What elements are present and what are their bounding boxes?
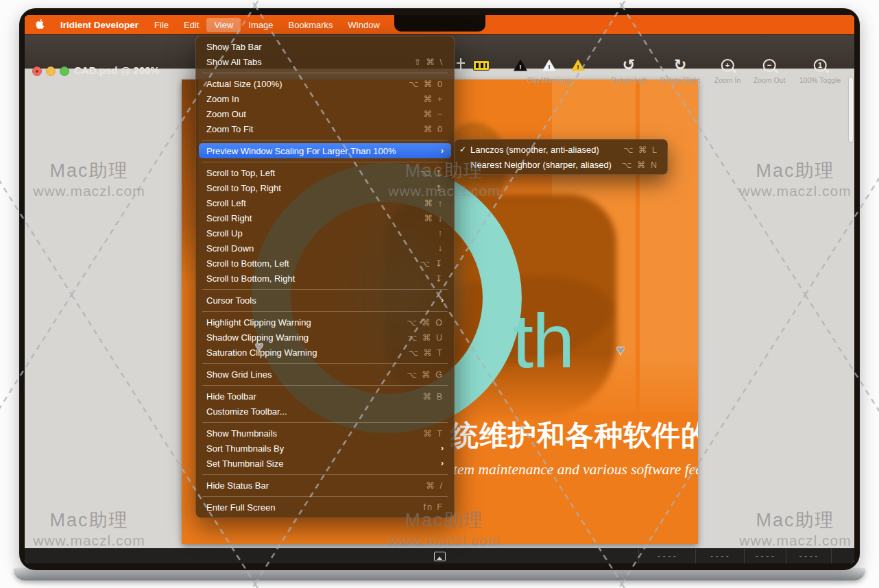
crop-icon [457,58,465,72]
menubar-item-window[interactable]: Window [341,18,387,32]
big-number-suffix: th [512,303,573,380]
apple-icon [36,19,45,30]
menu-separator [202,496,448,497]
menu-item-scroll-down[interactable]: Scroll Down↓ [195,241,455,256]
menu-separator [202,162,448,162]
100-toggle-button[interactable]: 1100% Toggle [799,57,841,84]
menu-item-scroll-to-top-left[interactable]: Scroll to Top, Left⌥ ↥ [195,165,455,180]
toolbar-button-label: Zoom Out [754,76,786,84]
menu-item-customize-toolbar[interactable]: Customize Toolbar... [195,404,455,419]
rotate-right-icon: ↻ [674,58,686,73]
page: Iridient Developer FileEditViewImageBook… [0,0,879,588]
submenu-arrow-icon: › [441,443,444,453]
menu-item-zoom-out[interactable]: Zoom Out⌘ − [195,106,455,121]
status-segment: ---- [638,549,695,563]
menu-separator [202,289,448,290]
menu-item-scroll-left[interactable]: Scroll Left⌘ ↑ [195,195,455,210]
menu-separator [202,311,448,312]
menu-item-hide-toolbar[interactable]: Hide Toolbar⌘ B [195,389,455,404]
menu-item-scroll-to-bottom-left[interactable]: Scroll to Bottom, Left⌥ ↧ [195,256,455,271]
scaling-submenu: ✓Lanczos (smoother, anti-aliased)⌥ ⌘ LNe… [454,139,668,175]
menu-separator [202,474,448,475]
menu-item-sort-thumbnails-by[interactable]: Sort Thumbnails By› [195,441,455,456]
menu-item-cursor-tools[interactable]: Cursor Tools› [195,293,455,308]
image-thumbnail-icon[interactable] [434,552,446,561]
screen: Iridient Developer FileEditViewImageBook… [25,15,854,563]
menubar-app-name[interactable]: Iridient Developer [52,20,147,30]
menu-item-zoom-to-fit[interactable]: Zoom To Fit⌘ 0 [195,121,455,136]
submenu-arrow-icon: › [441,295,444,305]
menu-item-scroll-up[interactable]: Scroll Up↑ [195,225,455,241]
checkmark-icon: ✓ [459,145,470,154]
notch [394,15,485,32]
magnifier-plus-icon: + [721,59,734,72]
menu-item-set-thumbnail-size[interactable]: Set Thumbnail Size› [195,456,455,471]
vertical-scrollbar[interactable] [849,77,853,142]
toolbar-clip-warnings[interactable]: ! ! ! Clip Warnings [514,57,585,84]
menu-item-shadow-clipping-warning[interactable]: Shadow Clipping Warning⌥ ⌘ U [195,330,455,345]
status-segment-empty [831,549,854,563]
rotate-left-icon: ↺ [623,58,635,73]
menu-item-scroll-right[interactable]: Scroll Right⌘ ↓ [195,210,455,225]
clip-warnings-label: Clip Warnings [514,76,585,84]
yellow-warning-icon: ! [571,60,585,71]
menu-item-show-all-tabs[interactable]: Show All Tabs⇧ ⌘ \ [195,54,455,69]
black-warning-icon: ! [514,60,527,71]
submenu-arrow-icon: › [441,458,444,468]
menu-separator [202,363,448,364]
menu-separator [202,140,448,140]
toolbar-crop-tool[interactable] [457,57,465,73]
menu-separator [202,73,448,73]
status-segment: ---- [786,549,831,563]
subline-english: tem maintenance and various software fea… [453,461,698,478]
white-warning-icon: ! [542,60,556,71]
headline-chinese: 统维护和各种软件的特性! [450,417,698,454]
toolbar-button-label: Zoom In [714,76,741,84]
menu-item-saturation-clipping-warning[interactable]: Saturation Clipping Warning⌥ ⌘ T [195,345,455,360]
status-segment: ---- [744,549,786,563]
toolbar-button-label: 100% Toggle [799,76,841,84]
minimize-button[interactable] [46,66,56,76]
menubar-item-file[interactable]: File [147,18,176,32]
menu-item-show-grid-lines[interactable]: Show Grid Lines⌥ ⌘ G [195,367,455,382]
menu-item-scroll-to-bottom-right[interactable]: Scroll to Bottom, Right↧ [195,271,455,286]
rotate-right-button[interactable]: ↻Rotate Right [660,57,700,84]
menu-item-actual-size-100[interactable]: Actual Size (100%)⌥ ⌘ 0 [195,76,455,91]
magnifier-one-icon: 1 [814,59,827,72]
toolbar-button-label: Rotate Right [660,76,700,84]
menubar-item-image[interactable]: Image [241,18,280,32]
menubar-items: FileEditViewImageBookmarksWindowHelp [147,18,420,32]
zoom-out-button[interactable]: −Zoom Out [754,57,786,84]
laptop-bezel: Iridient Developer FileEditViewImageBook… [19,8,860,570]
menu-item-hide-status-bar[interactable]: Hide Status Bar⌘ / [195,478,455,493]
menu-separator [202,422,448,423]
menu-item-enter-full-screen[interactable]: Enter Full Screenfn F [195,500,455,515]
rotate-left-button[interactable]: ↺Rotate Left [611,57,646,84]
status-bar: ---------------- [25,548,854,563]
menu-separator [202,385,448,386]
menu-item-zoom-in[interactable]: Zoom In⌘ + [195,91,455,106]
menubar-item-edit[interactable]: Edit [176,18,206,32]
menu-item-preview-window-scaling-for-larger-than-100[interactable]: Preview Window Scaling For Larger Than 1… [199,143,451,158]
level-icon [473,60,490,71]
menubar-item-view[interactable]: View [206,18,241,32]
menu-item-show-tab-bar[interactable]: Show Tab Bar [195,39,455,54]
menu-item-highlight-clipping-warning[interactable]: Highlight Clipping Warning⌥ ⌘ O [195,315,455,330]
menu-item-show-thumbnails[interactable]: Show Thumbnails⌘ T [195,426,455,441]
submenu-item-nearest-neighbor-sharper-aliased[interactable]: Nearest Neighbor (sharper, aliased)⌥ ⌘ N [454,157,668,172]
submenu-item-lanczos-smoother-anti-aliased[interactable]: ✓Lanczos (smoother, anti-aliased)⌥ ⌘ L [454,142,668,157]
fullscreen-button[interactable] [60,66,69,76]
zoom-in-button[interactable]: +Zoom In [714,57,741,84]
toolbar-button-label: Rotate Left [611,76,646,84]
status-segments: ---------------- [638,549,854,563]
menubar-item-bookmarks[interactable]: Bookmarks [281,18,341,32]
window-title: CAD.psd @ 200% [74,64,160,76]
status-segment: ---- [695,549,744,563]
submenu-arrow-icon: › [441,146,444,156]
apple-menu[interactable] [29,19,52,30]
menu-item-scroll-to-top-right[interactable]: Scroll to Top, Right↥ [195,180,455,195]
close-button[interactable] [32,66,42,76]
toolbar-level-tool[interactable] [473,57,490,73]
magnifier-minus-icon: − [763,59,776,72]
view-menu-dropdown: Show Tab BarShow All Tabs⇧ ⌘ \Actual Siz… [195,36,455,518]
